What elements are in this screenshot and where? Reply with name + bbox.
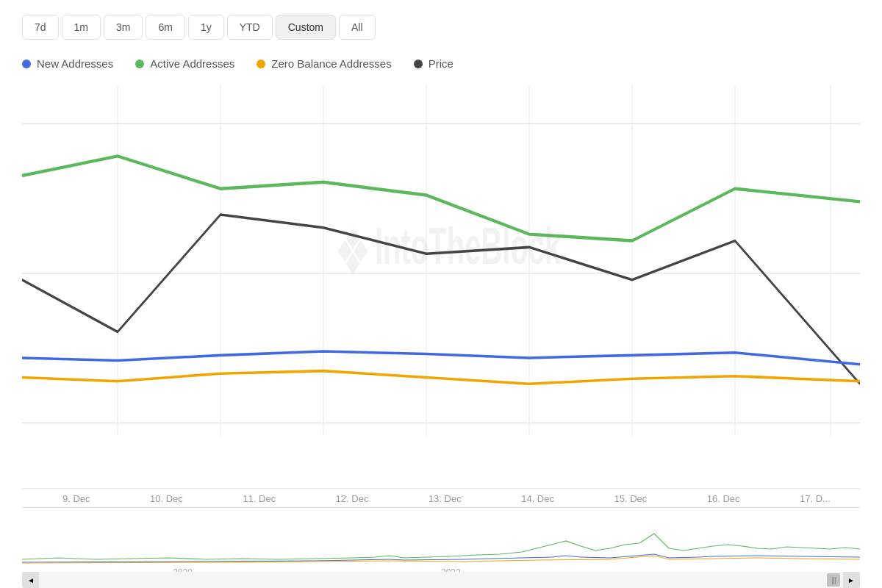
scrollbar-track: |||	[39, 572, 843, 588]
legend-dot-price	[414, 60, 423, 68]
scrollbar-thumb[interactable]: |||	[827, 573, 840, 587]
x-axis-label: 11. Dec	[243, 493, 276, 504]
legend-item-price[interactable]: Price	[414, 57, 453, 70]
legend-label-active-addresses: Active Addresses	[150, 57, 234, 70]
time-filter-ytd[interactable]: YTD	[227, 15, 273, 40]
time-filter-7d[interactable]: 7d	[22, 15, 59, 40]
scrollbar-handle-icon: |||	[831, 576, 836, 584]
watermark: IntoTheBlock	[338, 217, 562, 275]
chart-legend: New AddressesActive AddressesZero Balanc…	[22, 57, 860, 70]
legend-dot-new-addresses	[22, 60, 31, 68]
legend-dot-zero-balance	[257, 60, 265, 68]
legend-item-active-addresses[interactable]: Active Addresses	[135, 57, 234, 70]
legend-label-zero-balance: Zero Balance Addresses	[271, 57, 391, 70]
x-axis-label: 13. Dec	[429, 493, 462, 504]
legend-item-zero-balance[interactable]: Zero Balance Addresses	[257, 57, 391, 70]
time-filter-1m[interactable]: 1m	[62, 15, 101, 40]
scroll-left-button[interactable]: ◄	[23, 572, 39, 588]
time-filter-1y[interactable]: 1y	[188, 15, 224, 40]
time-filter-bar: 7d1m3m6m1yYTDCustomAll	[22, 15, 860, 40]
mini-chart-svg	[22, 508, 860, 567]
x-axis-label: 12. Dec	[336, 493, 369, 504]
x-axis-label: 9. Dec	[62, 493, 90, 504]
legend-label-new-addresses: New Addresses	[37, 57, 113, 70]
x-axis-label: 17. D...	[800, 493, 831, 504]
legend-dot-active-addresses	[135, 60, 144, 68]
legend-label-price: Price	[429, 57, 453, 70]
x-axis-label: 16. Dec	[707, 493, 740, 504]
scroll-right-button[interactable]: ►	[843, 572, 859, 588]
x-axis-label: 14. Dec	[521, 493, 554, 504]
main-chart-wrapper: IntoTheBlock	[22, 85, 860, 488]
x-axis-label: 10. Dec	[150, 493, 183, 504]
time-filter-all[interactable]: All	[339, 15, 376, 40]
chart-outer: IntoTheBlock 9. Dec10. Dec11. Dec12. Dec…	[22, 85, 860, 588]
main-chart-svg: IntoTheBlock	[22, 85, 860, 488]
mini-chart-container: 20202022 ◄ ||| ►	[22, 507, 860, 588]
time-filter-6m[interactable]: 6m	[146, 15, 184, 40]
main-container: 7d1m3m6m1yYTDCustomAll New AddressesActi…	[0, 0, 882, 588]
legend-item-new-addresses[interactable]: New Addresses	[22, 57, 113, 70]
svg-text:IntoTheBlock: IntoTheBlock	[375, 217, 562, 275]
x-axis: 9. Dec10. Dec11. Dec12. Dec13. Dec14. De…	[22, 488, 860, 504]
x-axis-label: 15. Dec	[614, 493, 647, 504]
scrollbar[interactable]: ◄ ||| ►	[22, 572, 860, 588]
time-filter-3m[interactable]: 3m	[104, 15, 143, 40]
time-filter-custom[interactable]: Custom	[276, 15, 336, 40]
